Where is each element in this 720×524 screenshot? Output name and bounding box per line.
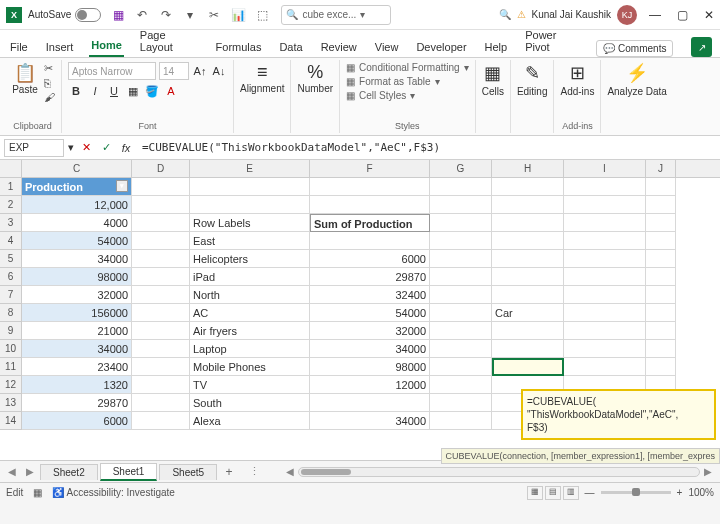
cell[interactable] — [492, 196, 564, 214]
sheet-tab-sheet2[interactable]: Sheet2 — [40, 464, 98, 480]
sheet-nav-prev-icon[interactable]: ◀ — [4, 466, 20, 477]
view-pagelayout-icon[interactable]: ▤ — [545, 486, 561, 500]
qat-icon[interactable]: ⬚ — [255, 8, 269, 22]
enter-formula-icon[interactable]: ✓ — [98, 141, 114, 154]
warning-icon[interactable]: ⚠ — [517, 9, 526, 20]
cell[interactable] — [564, 322, 646, 340]
tab-powerpivot[interactable]: Power Pivot — [523, 25, 582, 57]
font-name-select[interactable] — [68, 62, 156, 80]
cell[interactable]: Helicopters — [190, 250, 310, 268]
cell[interactable]: Sum of Production — [310, 214, 430, 232]
cell[interactable]: 12000 — [310, 376, 430, 394]
tab-view[interactable]: View — [373, 37, 401, 57]
cell[interactable] — [492, 178, 564, 196]
formula-input[interactable]: =CUBEVALUE("ThisWorkbookDataModel","AeC"… — [138, 141, 716, 154]
tab-developer[interactable]: Developer — [414, 37, 468, 57]
zoom-level[interactable]: 100% — [688, 487, 714, 498]
zoom-slider[interactable] — [601, 491, 671, 494]
conditional-formatting-button[interactable]: ▦Conditional Formatting ▾ — [346, 62, 469, 73]
cell[interactable] — [492, 250, 564, 268]
cell[interactable] — [310, 394, 430, 412]
cell[interactable] — [430, 232, 492, 250]
row-header[interactable]: 8 — [0, 304, 22, 322]
col-header-d[interactable]: D — [132, 160, 190, 177]
underline-button[interactable]: U — [106, 83, 122, 99]
search-box[interactable]: 🔍 cube exce... ▾ — [281, 5, 391, 25]
cell[interactable] — [492, 232, 564, 250]
cell[interactable] — [564, 178, 646, 196]
addins-button[interactable]: ⊞Add-ins — [560, 62, 594, 97]
cell[interactable] — [430, 358, 492, 376]
cell[interactable]: Alexa — [190, 412, 310, 430]
cell[interactable]: 54000 — [22, 232, 132, 250]
zoom-out-button[interactable]: — — [585, 487, 595, 498]
cell[interactable]: 34000 — [22, 340, 132, 358]
zoom-in-button[interactable]: + — [677, 487, 683, 498]
cell[interactable]: 21000 — [22, 322, 132, 340]
cell[interactable]: 29870 — [22, 394, 132, 412]
cell[interactable] — [564, 250, 646, 268]
cell[interactable] — [132, 250, 190, 268]
stats-icon[interactable]: ▦ — [33, 487, 42, 498]
cell[interactable] — [132, 322, 190, 340]
cell[interactable] — [564, 268, 646, 286]
search-icon[interactable]: 🔍 — [499, 9, 511, 20]
cell[interactable]: Car — [492, 304, 564, 322]
cell[interactable]: TV — [190, 376, 310, 394]
tab-help[interactable]: Help — [483, 37, 510, 57]
scroll-left-icon[interactable]: ◀ — [282, 466, 298, 477]
cell[interactable]: 12,000 — [22, 196, 132, 214]
fill-color-icon[interactable]: 🪣 — [144, 83, 160, 99]
cell[interactable] — [132, 178, 190, 196]
number-button[interactable]: %Number — [297, 62, 333, 94]
cell[interactable]: 29870 — [310, 268, 430, 286]
qat-icon[interactable]: ▾ — [183, 8, 197, 22]
cell[interactable] — [132, 268, 190, 286]
cell[interactable]: South — [190, 394, 310, 412]
cell[interactable] — [430, 340, 492, 358]
cell[interactable]: 98000 — [22, 268, 132, 286]
cell[interactable]: 34000 — [22, 250, 132, 268]
cell[interactable] — [430, 214, 492, 232]
cell[interactable] — [132, 304, 190, 322]
comments-button[interactable]: 💬 Comments — [596, 40, 673, 57]
qat-icon[interactable]: ✂ — [207, 8, 221, 22]
bold-button[interactable]: B — [68, 83, 84, 99]
cell[interactable] — [646, 286, 676, 304]
cells-button[interactable]: ▦Cells — [482, 62, 504, 97]
row-header[interactable]: 10 — [0, 340, 22, 358]
row-header[interactable]: 4 — [0, 232, 22, 250]
tab-data[interactable]: Data — [277, 37, 304, 57]
cell[interactable] — [190, 178, 310, 196]
cell[interactable] — [646, 214, 676, 232]
cell[interactable] — [132, 394, 190, 412]
font-color-icon[interactable]: A — [163, 83, 179, 99]
cell[interactable]: East — [190, 232, 310, 250]
cell[interactable] — [492, 286, 564, 304]
autosave-toggle[interactable]: AutoSave — [28, 8, 101, 22]
cell[interactable] — [646, 358, 676, 376]
font-size-select[interactable] — [159, 62, 189, 80]
view-pagebreak-icon[interactable]: ▥ — [563, 486, 579, 500]
cell[interactable]: North — [190, 286, 310, 304]
cell[interactable] — [310, 178, 430, 196]
add-sheet-button[interactable]: + — [219, 465, 239, 479]
cell[interactable]: Air fryers — [190, 322, 310, 340]
tab-formulas[interactable]: Formulas — [214, 37, 264, 57]
cell[interactable] — [190, 196, 310, 214]
cell[interactable] — [132, 412, 190, 430]
tab-file[interactable]: File — [8, 37, 30, 57]
sheet-tab-sheet1[interactable]: Sheet1 — [100, 463, 158, 481]
fx-icon[interactable]: fx — [118, 142, 134, 154]
close-icon[interactable]: ✕ — [704, 8, 714, 22]
cell[interactable]: 6000 — [22, 412, 132, 430]
row-header[interactable]: 13 — [0, 394, 22, 412]
cell[interactable]: 1320 — [22, 376, 132, 394]
accessibility-status[interactable]: ♿ Accessibility: Investigate — [52, 487, 175, 498]
cell[interactable] — [492, 268, 564, 286]
cell[interactable] — [430, 304, 492, 322]
save-icon[interactable]: ▦ — [111, 8, 125, 22]
cell[interactable]: AC — [190, 304, 310, 322]
editing-button[interactable]: ✎Editing — [517, 62, 548, 97]
avatar[interactable]: KJ — [617, 5, 637, 25]
